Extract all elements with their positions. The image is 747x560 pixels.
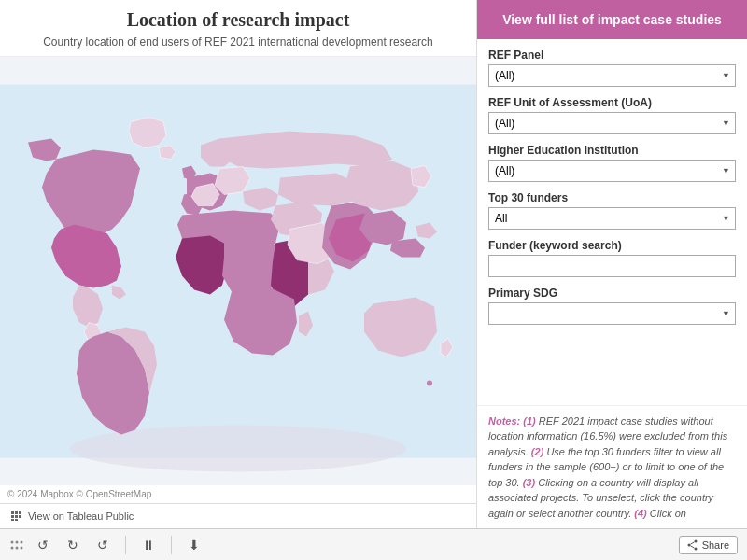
hei-label: Higher Education Institution <box>488 144 736 157</box>
share-button[interactable]: Share <box>679 536 738 554</box>
svg-point-9 <box>16 540 19 543</box>
pacific-islands[interactable] <box>427 380 432 385</box>
ref-uoa-select-wrapper: (All) <box>488 112 736 134</box>
main-container: Location of research impact Country loca… <box>0 0 747 560</box>
view-full-list-button[interactable]: View full list of impact case studies <box>477 0 747 39</box>
filter-group-sdg: Primary SDG <box>488 287 736 325</box>
hei-select[interactable]: (All) <box>488 160 736 182</box>
note-number-3: (3) <box>523 477 535 488</box>
top30-label: Top 30 funders <box>488 191 736 204</box>
right-panel: View full list of impact case studies RE… <box>476 0 747 528</box>
filter-group-ref-panel: REF Panel (All) <box>488 49 736 87</box>
filter-group-funder-search: Funder (keyword search) <box>488 239 736 277</box>
sdg-label: Primary SDG <box>488 287 736 300</box>
svg-point-13 <box>21 546 23 549</box>
svg-point-11 <box>11 546 14 549</box>
sdg-select[interactable] <box>488 302 736 325</box>
tableau-dots-icon <box>9 538 24 553</box>
svg-point-15 <box>694 547 697 550</box>
filter-group-hei: Higher Education Institution (All) <box>488 144 736 182</box>
filter-group-ref-uoa: REF Unit of Assessment (UoA) (All) <box>488 96 736 134</box>
svg-point-14 <box>694 539 697 542</box>
svg-line-18 <box>690 545 694 547</box>
map-footer: View on Tableau Public <box>0 503 476 528</box>
notes-area: Notes: (1) REF 2021 impact case studies … <box>477 405 747 529</box>
redo-button[interactable]: ↻ <box>62 534 84 556</box>
filters-area: REF Panel (All) REF Unit of Assessment (… <box>477 39 747 404</box>
svg-rect-4 <box>15 515 18 518</box>
ref-uoa-label: REF Unit of Assessment (UoA) <box>488 96 736 109</box>
svg-rect-1 <box>15 511 18 514</box>
map-title: Location of research impact <box>19 9 458 31</box>
note-number-4: (4) <box>634 508 646 519</box>
svg-rect-5 <box>19 515 21 518</box>
filter-group-top30: Top 30 funders All <box>488 191 736 230</box>
china[interactable] <box>344 161 418 210</box>
map-container[interactable] <box>0 57 476 485</box>
ref-panel-label: REF Panel <box>488 49 736 62</box>
notes-label: Notes: <box>488 415 520 427</box>
ref-panel-select[interactable]: (All) <box>488 64 736 87</box>
svg-point-8 <box>11 540 14 543</box>
ref-uoa-select[interactable]: (All) <box>488 112 736 134</box>
svg-rect-2 <box>19 511 21 514</box>
share-icon <box>687 539 698 551</box>
top30-select[interactable]: All <box>488 207 736 230</box>
top30-select-wrapper: All <box>488 207 736 230</box>
tableau-link[interactable]: View on Tableau Public <box>28 511 134 522</box>
world-map-svg[interactable] <box>0 57 476 485</box>
tableau-icon <box>9 510 22 523</box>
content-area: Location of research impact Country loca… <box>0 0 747 528</box>
toolbar-separator-2 <box>171 536 172 554</box>
svg-line-17 <box>690 541 694 543</box>
svg-point-12 <box>16 546 19 549</box>
svg-point-16 <box>687 543 690 546</box>
map-subtitle: Country location of end users of REF 202… <box>19 35 458 50</box>
pause-button[interactable]: ⏸ <box>137 534 160 556</box>
back-button[interactable]: ↺ <box>92 534 114 556</box>
hei-select-wrapper: (All) <box>488 160 736 182</box>
note-number-1: (1) <box>523 415 535 427</box>
svg-rect-0 <box>11 511 14 514</box>
map-panel: Location of research impact Country loca… <box>0 0 476 528</box>
svg-rect-7 <box>15 519 18 521</box>
funder-search-input[interactable] <box>488 255 736 277</box>
ref-panel-select-wrapper: (All) <box>488 64 736 87</box>
map-header: Location of research impact Country loca… <box>0 0 476 57</box>
bottom-toolbar: ↺ ↻ ↺ ⏸ ⬇ Share <box>0 528 747 560</box>
svg-rect-6 <box>11 519 14 521</box>
svg-point-10 <box>21 540 23 543</box>
toolbar-right: Share <box>679 536 738 554</box>
share-label: Share <box>702 539 729 551</box>
sdg-select-wrapper <box>488 302 736 325</box>
note-number-2: (2) <box>531 446 543 457</box>
funder-search-label: Funder (keyword search) <box>488 239 736 252</box>
download-button[interactable]: ⬇ <box>183 534 205 556</box>
map-copyright: © 2024 Mapbox © OpenStreetMap <box>0 485 476 503</box>
notes-text: (1) REF 2021 impact case studies without… <box>488 415 727 519</box>
undo-button[interactable]: ↺ <box>32 534 54 556</box>
svg-rect-3 <box>11 515 14 518</box>
toolbar-separator-1 <box>125 536 126 554</box>
